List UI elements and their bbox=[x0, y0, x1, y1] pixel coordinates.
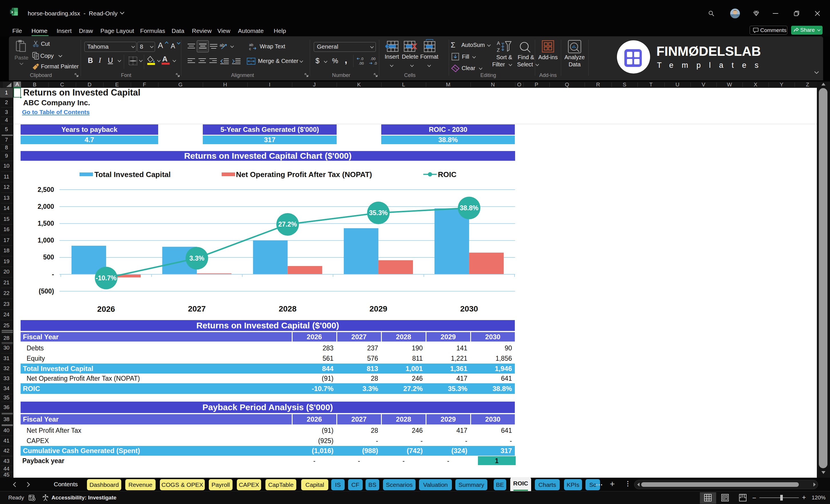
svg-text:.00: .00 bbox=[371, 57, 376, 61]
svg-text:35.3%: 35.3% bbox=[369, 209, 387, 217]
svg-text:3.3%: 3.3% bbox=[189, 255, 204, 262]
svg-text:c: c bbox=[249, 46, 251, 51]
svg-text:38.8%: 38.8% bbox=[460, 204, 478, 212]
svg-text:500: 500 bbox=[43, 253, 54, 261]
svg-text:2027: 2027 bbox=[188, 304, 205, 313]
svg-text:2030: 2030 bbox=[460, 304, 478, 313]
svg-text:Z: Z bbox=[497, 48, 500, 53]
svg-text:Total Invested Capital: Total Invested Capital bbox=[94, 170, 171, 179]
svg-text:2,000: 2,000 bbox=[37, 203, 54, 210]
svg-text:.00: .00 bbox=[359, 61, 364, 65]
svg-text:27.2%: 27.2% bbox=[278, 221, 297, 228]
svg-text:-: - bbox=[52, 271, 54, 278]
svg-text:ab: ab bbox=[249, 43, 253, 47]
svg-text:2026: 2026 bbox=[97, 305, 115, 314]
svg-text:x: x bbox=[11, 10, 13, 14]
svg-text:.0: .0 bbox=[374, 61, 377, 65]
svg-text:.0: .0 bbox=[360, 57, 363, 61]
svg-text:Net Operating Profit After Tax: Net Operating Profit After Tax (NOPAT) bbox=[236, 170, 372, 179]
svg-text:1,000: 1,000 bbox=[37, 237, 54, 244]
svg-text:-10.7%: -10.7% bbox=[96, 274, 117, 282]
svg-text:(500): (500) bbox=[39, 287, 54, 295]
svg-text:ROIC: ROIC bbox=[438, 170, 456, 179]
svg-text:A: A bbox=[497, 41, 500, 46]
svg-text:2028: 2028 bbox=[279, 304, 296, 313]
svg-text:1,500: 1,500 bbox=[37, 220, 54, 227]
svg-text:2,500: 2,500 bbox=[37, 186, 54, 193]
svg-text:2029: 2029 bbox=[370, 304, 387, 313]
